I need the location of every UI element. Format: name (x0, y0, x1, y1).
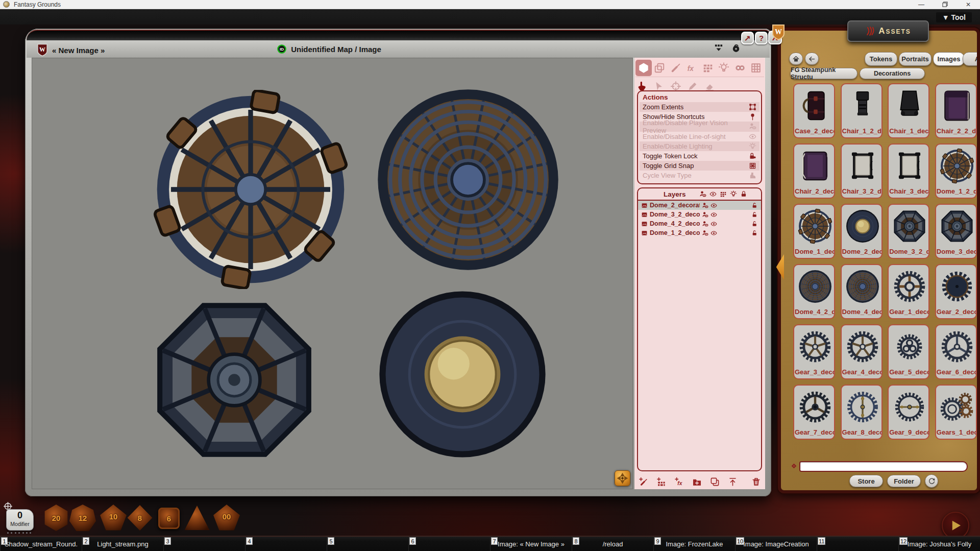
dice-lock-icon[interactable] (731, 43, 741, 53)
asset-item[interactable]: Dome_4_2_dec (793, 264, 835, 319)
layer-row[interactable]: Dome_2_decoratio... (638, 201, 761, 210)
asset-item[interactable]: Dome_1_deco (793, 204, 835, 259)
hotkey-slot-3[interactable]: 3 (163, 537, 245, 551)
lock-open-icon[interactable] (751, 211, 758, 218)
refresh-button[interactable] (925, 474, 938, 488)
asset-item[interactable]: Dome_1_2_dec (935, 143, 977, 199)
folder-button[interactable]: Folder (887, 475, 921, 487)
identified-toggle-icon[interactable]: ID (277, 44, 286, 54)
hotkey-slot-5[interactable]: 5 (327, 537, 408, 551)
player-vision-icon[interactable] (702, 202, 708, 209)
duplicate-layer-button[interactable] (710, 477, 720, 487)
store-button[interactable]: Store (849, 475, 883, 487)
hotkey-slot-12[interactable]: Image: Joshua's Folly12 (898, 537, 980, 551)
hotkey-slot-2[interactable]: Light_stream.png2 (82, 537, 163, 551)
next-turn-button[interactable] (942, 512, 969, 539)
tab-mask[interactable] (732, 60, 748, 76)
token-bag-icon[interactable] (714, 43, 724, 53)
image-window-header[interactable]: W « New Image » ID Unidentified Map / Im… (27, 40, 770, 58)
fantasy-grounds-logo-icon[interactable]: W (772, 24, 785, 40)
popout-button[interactable]: ↗ (741, 32, 754, 44)
maximize-button[interactable] (933, 0, 957, 9)
asset-item[interactable]: Gear_4_decor (841, 324, 883, 379)
hotkey-slot-8[interactable]: /reload8 (572, 537, 653, 551)
hotkey-slot-9[interactable]: Image: FrozenLake9 (653, 537, 735, 551)
action-zoom-extents[interactable]: Zoom Extents (640, 102, 760, 112)
action-toggle-token-lock[interactable]: Toggle Token Lock (640, 151, 760, 161)
hotkey-slot-10[interactable]: Image: ImageCreation10 (735, 537, 817, 551)
add-drawing-layer-button[interactable] (639, 477, 648, 487)
close-button[interactable]: ✕ (957, 0, 980, 9)
bulb-icon[interactable] (730, 190, 737, 198)
visibility-icon[interactable] (710, 221, 717, 227)
lock-closed-icon[interactable] (740, 190, 747, 198)
move-layer-up-button[interactable] (728, 477, 738, 487)
panel-toggle-button[interactable] (615, 470, 630, 486)
tab-effects[interactable]: fx (684, 60, 700, 76)
minimize-button[interactable]: — (910, 0, 933, 9)
tab-all[interactable]: All (963, 52, 980, 66)
delete-layer-button[interactable] (751, 477, 761, 487)
visibility-icon[interactable] (710, 230, 717, 236)
asset-item[interactable]: Case_2_decor (793, 83, 835, 138)
tiles-icon[interactable] (720, 190, 727, 198)
asset-item[interactable]: Gear_7_decor (793, 385, 835, 440)
asset-item[interactable]: Chair_3_decor (888, 143, 929, 199)
tab-grid[interactable] (748, 60, 765, 76)
asset-item[interactable]: Dome_2_deco (841, 204, 883, 259)
filter-button-2[interactable]: Decorations (860, 68, 925, 79)
tool-menu[interactable]: ▼ Tool (936, 12, 972, 22)
asset-item[interactable]: Chair_2_decor (793, 143, 835, 199)
player-vision-icon[interactable] (702, 211, 708, 218)
die-d4[interactable] (184, 505, 210, 531)
asset-item[interactable]: Gear_2_decor (935, 264, 977, 319)
hotkey-slot-1[interactable]: Shadow_stream_Round.1 (0, 537, 82, 551)
hotkey-slot-4[interactable]: 4 (245, 537, 327, 551)
asset-item[interactable]: Dome_4_deco (841, 264, 883, 319)
asset-item[interactable]: Gear_9_decor (888, 385, 929, 440)
lock-open-icon[interactable] (751, 202, 758, 209)
tab-layers[interactable] (652, 60, 668, 76)
tab-images[interactable]: Images (933, 52, 965, 66)
hotkey-slot-6[interactable]: 6 (408, 537, 490, 551)
layer-row[interactable]: Dome_4_2_decorat... (638, 219, 761, 228)
layer-row[interactable]: Dome_3_2_decorat... (638, 210, 761, 219)
tab-tokens[interactable]: Tokens (865, 52, 897, 66)
die-d12[interactable]: 12 (69, 505, 96, 531)
asset-item[interactable]: Gear_5_decor (888, 324, 929, 379)
tab-portraits[interactable]: Portraits (899, 52, 932, 66)
add-fx-layer-button[interactable]: fx (674, 477, 684, 487)
tab-tiles[interactable] (700, 60, 716, 76)
map-canvas[interactable] (32, 58, 633, 489)
die-d20[interactable]: 20 (43, 505, 69, 531)
die-d6[interactable]: 6 (158, 508, 180, 529)
asset-item[interactable]: Gear_6_decor (935, 324, 977, 379)
asset-item[interactable]: Chair_1_2_dec (841, 83, 883, 138)
hotkey-slot-11[interactable]: 11 (817, 537, 898, 551)
person-eye-icon[interactable] (699, 190, 706, 198)
visibility-icon[interactable] (710, 211, 717, 218)
layer-row[interactable]: Dome_1_2_decorat... (638, 228, 761, 237)
asset-item[interactable]: Chair_3_2_dec (841, 143, 883, 199)
lock-open-icon[interactable] (751, 221, 758, 227)
asset-item[interactable]: Gears_1_decor (935, 385, 977, 440)
add-folder-button[interactable] (692, 477, 702, 487)
image-window-top-strip[interactable] (27, 30, 770, 40)
asset-item[interactable]: Dome_3_2_dec (888, 204, 929, 259)
asset-search-input[interactable] (799, 461, 968, 472)
asset-item[interactable]: Gear_1_decor (888, 264, 929, 319)
player-vision-icon[interactable] (702, 230, 708, 236)
tab-lighting[interactable] (716, 60, 732, 76)
asset-item[interactable]: Chair_2_2_dec (935, 83, 977, 138)
modifier-box[interactable]: 0 Modifier (6, 509, 34, 531)
asset-item[interactable]: Dome_3_deco (935, 204, 977, 259)
tab-draw[interactable] (668, 60, 684, 76)
die-d10[interactable]: 10 (100, 505, 127, 531)
filter-button-1[interactable]: FG Steampunk Structu (790, 68, 857, 79)
player-vision-icon[interactable] (702, 221, 708, 227)
back-button[interactable] (805, 53, 819, 65)
die-d100[interactable]: 00 (213, 505, 240, 531)
visibility-icon[interactable] (710, 202, 717, 209)
help-button[interactable]: ? (755, 32, 768, 44)
resize-grip-icon[interactable] (975, 461, 980, 470)
